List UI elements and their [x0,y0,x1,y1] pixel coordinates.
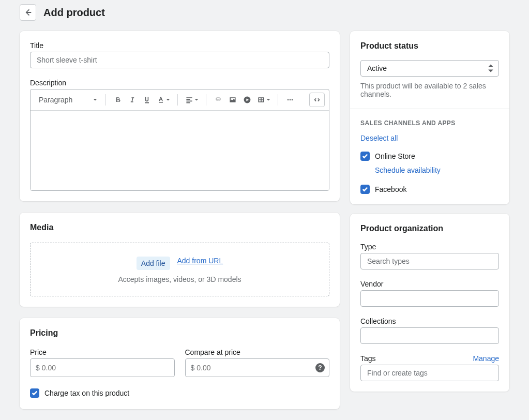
rte-align-button[interactable] [183,93,201,107]
vendor-label: Vendor [360,280,499,288]
rte-underline-button[interactable] [140,93,154,107]
separator [105,94,106,106]
manage-tags-link[interactable]: Manage [473,354,499,363]
status-select[interactable]: Active [360,60,499,77]
chevron-down-icon [166,98,170,102]
help-icon[interactable]: ? [315,363,325,372]
media-heading: Media [30,223,329,232]
pricing-heading: Pricing [30,328,329,338]
rte-table-button[interactable] [255,93,273,107]
chevron-down-icon [266,98,270,102]
status-heading: Product status [360,41,499,51]
title-input[interactable] [30,52,329,68]
rte-toolbar: Paragraph [31,89,329,111]
media-card: Media Add file Add from URL Accepts imag… [20,213,340,307]
rte-image-button[interactable] [226,93,239,107]
bold-icon [114,96,122,104]
svg-point-3 [292,99,293,101]
channel-online-store-label: Online Store [375,152,415,160]
title-label: Title [30,41,329,50]
dots-icon [286,96,294,104]
rte-link-button[interactable] [211,93,225,107]
table-icon [257,96,265,104]
price-input[interactable] [42,364,170,372]
separator [278,94,278,106]
organization-heading: Product organization [360,224,499,233]
tags-label: Tags [360,354,376,363]
description-label: Description [30,79,329,87]
media-hint: Accepts images, videos, or 3D models [41,275,319,283]
channel-facebook-label: Facebook [375,185,406,193]
product-status-card: Product status Active This product will … [350,31,509,204]
page-title: Add product [43,7,105,19]
rte-format-select[interactable]: Paragraph [35,93,100,107]
rte-bold-button[interactable] [111,93,125,107]
image-icon [229,96,237,104]
rte-color-button[interactable] [155,93,172,107]
check-icon [362,186,368,192]
charge-tax-label: Charge tax on this product [44,389,129,397]
product-organization-card: Product organization Type Vendor Collect… [350,214,509,392]
price-label: Price [30,348,175,356]
chevron-down-icon [93,98,97,102]
add-from-url-link[interactable]: Add from URL [177,257,223,270]
price-input-wrap: $ [30,358,175,377]
check-icon [32,390,38,396]
schedule-availability-link[interactable]: Schedule availability [375,166,441,174]
check-icon [362,153,368,159]
status-help-text: This product will be available to 2 sale… [360,82,499,98]
rte-code-button[interactable] [309,93,325,107]
separator [177,94,178,106]
online-store-checkbox[interactable] [360,152,370,161]
sales-channels-heading: SALES CHANNELS AND APPS [360,119,499,127]
title-description-card: Title Description Paragraph [20,31,340,201]
italic-icon [128,96,137,104]
play-circle-icon [243,96,251,104]
compare-at-label: Compare at price [185,348,330,356]
align-left-icon [185,96,193,104]
charge-tax-checkbox[interactable] [30,388,39,398]
currency-symbol: $ [35,364,42,372]
separator [206,94,206,106]
pricing-card: Pricing Price $ Compare at price [20,318,340,409]
type-input[interactable] [360,253,499,269]
tags-input[interactable] [360,365,499,381]
rte-italic-button[interactable] [126,93,139,107]
compare-at-input[interactable] [197,364,315,372]
description-editor: Paragraph [30,89,329,191]
underline-icon [143,96,151,104]
svg-point-2 [290,99,291,101]
rte-more-button[interactable] [283,93,297,107]
description-textarea[interactable] [31,111,329,190]
add-file-button[interactable]: Add file [137,257,170,270]
page-header: Add product [20,4,509,21]
media-dropzone[interactable]: Add file Add from URL Accepts images, vi… [30,243,329,296]
text-color-icon [157,96,165,104]
rte-format-label: Paragraph [39,96,72,104]
currency-symbol: $ [190,364,197,372]
facebook-checkbox[interactable] [360,185,370,194]
compare-input-wrap: $ ? [185,358,330,377]
code-icon [313,96,321,104]
back-button[interactable] [20,4,36,21]
type-label: Type [360,243,499,251]
chevron-down-icon [194,98,199,102]
vendor-input[interactable] [360,290,499,307]
link-icon [214,96,222,104]
svg-point-1 [288,99,289,101]
deselect-all-link[interactable]: Deselect all [360,134,398,142]
collections-label: Collections [360,317,499,325]
collections-input[interactable] [360,327,499,344]
rte-video-button[interactable] [240,93,254,107]
arrow-left-icon [23,8,33,17]
